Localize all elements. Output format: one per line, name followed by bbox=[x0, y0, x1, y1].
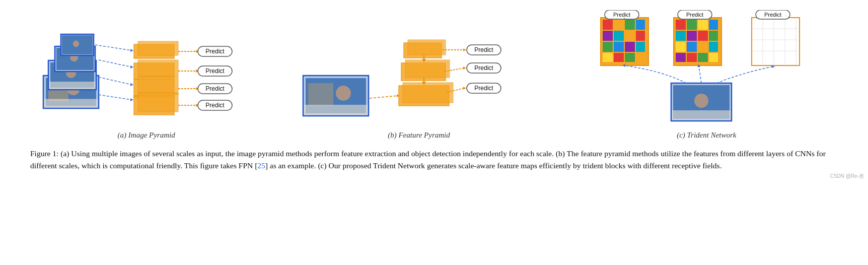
svg-text:Predict: Predict bbox=[205, 85, 225, 92]
svg-rect-71 bbox=[614, 42, 624, 52]
caption-text-after-ref: ] as an example. bbox=[265, 161, 316, 170]
figure-b: Predict Predict Predict (b) Feature Pyra… bbox=[293, 10, 545, 140]
svg-rect-64 bbox=[625, 20, 635, 30]
svg-text:Predict: Predict bbox=[205, 48, 225, 55]
svg-text:Predict: Predict bbox=[474, 64, 493, 72]
svg-rect-94 bbox=[709, 53, 718, 62]
figure-a: Predict Predict Predict Predict (a) Imag… bbox=[41, 10, 252, 140]
svg-rect-95 bbox=[752, 18, 800, 65]
svg-rect-70 bbox=[603, 42, 613, 52]
svg-marker-7 bbox=[130, 65, 133, 69]
svg-text:Predict: Predict bbox=[686, 12, 703, 18]
svg-rect-13 bbox=[138, 41, 178, 55]
svg-line-112 bbox=[699, 67, 701, 83]
fig-b-label: (b) Feature Pyramid bbox=[388, 131, 450, 140]
svg-rect-87 bbox=[676, 42, 686, 52]
svg-line-8 bbox=[99, 77, 131, 85]
fig-a-label: (a) Image Pyramid bbox=[118, 131, 175, 140]
svg-rect-86 bbox=[709, 31, 718, 41]
svg-rect-69 bbox=[636, 31, 645, 41]
svg-rect-92 bbox=[687, 53, 697, 62]
svg-rect-17 bbox=[138, 77, 178, 95]
svg-rect-72 bbox=[625, 42, 635, 52]
svg-rect-68 bbox=[625, 31, 635, 41]
svg-rect-65 bbox=[636, 20, 645, 30]
svg-rect-62 bbox=[603, 20, 613, 30]
svg-rect-82 bbox=[709, 20, 718, 30]
svg-rect-15 bbox=[138, 60, 178, 76]
svg-rect-19 bbox=[138, 93, 178, 112]
svg-rect-90 bbox=[709, 42, 718, 52]
svg-marker-54 bbox=[463, 87, 466, 90]
svg-rect-75 bbox=[614, 53, 624, 62]
figure-caption: Figure 1: (a) Using multiple images of s… bbox=[20, 148, 848, 172]
svg-rect-76 bbox=[625, 53, 635, 62]
svg-rect-73 bbox=[636, 42, 645, 52]
svg-line-4 bbox=[95, 45, 131, 50]
svg-marker-11 bbox=[130, 98, 133, 101]
svg-rect-80 bbox=[687, 20, 697, 30]
caption-ref: 25 bbox=[257, 161, 265, 170]
svg-text:Predict: Predict bbox=[613, 12, 630, 18]
svg-rect-81 bbox=[698, 20, 708, 30]
caption-text-this: This figure takes FPN [ bbox=[184, 161, 258, 170]
figures-row: Predict Predict Predict Predict (a) Imag… bbox=[20, 10, 848, 140]
svg-rect-88 bbox=[687, 42, 697, 52]
svg-rect-93 bbox=[698, 53, 708, 62]
svg-rect-84 bbox=[687, 31, 697, 41]
svg-text:Predict: Predict bbox=[474, 46, 493, 53]
svg-text:Predict: Predict bbox=[764, 12, 781, 18]
svg-text:Predict: Predict bbox=[205, 102, 225, 109]
svg-marker-50 bbox=[463, 48, 466, 51]
svg-rect-74 bbox=[603, 53, 613, 62]
svg-text:Predict: Predict bbox=[205, 68, 225, 75]
figure-c: Predict Predict Predict bbox=[586, 10, 827, 140]
svg-line-6 bbox=[99, 60, 131, 67]
feature-pyramid-diagram: Predict Predict Predict bbox=[293, 10, 545, 126]
svg-marker-5 bbox=[130, 49, 133, 52]
svg-rect-83 bbox=[676, 31, 686, 41]
svg-rect-85 bbox=[698, 31, 708, 41]
svg-rect-38 bbox=[403, 83, 453, 103]
caption-text-c: (c) Our proposed Trident Network generat… bbox=[318, 161, 721, 170]
image-pyramid-diagram: Predict Predict Predict Predict bbox=[41, 10, 252, 126]
svg-line-10 bbox=[99, 95, 131, 100]
svg-text:Predict: Predict bbox=[474, 85, 493, 92]
caption-text-a: (a) Using multiple images of several sca… bbox=[60, 149, 554, 158]
svg-marker-52 bbox=[463, 67, 466, 70]
fig-c-label: (c) Trident Network bbox=[677, 131, 736, 140]
svg-rect-63 bbox=[614, 20, 624, 30]
svg-rect-42 bbox=[408, 40, 446, 55]
caption-prefix: Figure 1: bbox=[30, 149, 60, 158]
svg-rect-66 bbox=[603, 31, 613, 41]
svg-marker-9 bbox=[130, 83, 133, 86]
watermark: CSDN @Re-资 bbox=[830, 173, 864, 180]
trident-network-diagram: Predict Predict Predict bbox=[586, 10, 827, 126]
svg-rect-77 bbox=[636, 53, 645, 62]
svg-rect-79 bbox=[676, 20, 686, 30]
svg-rect-89 bbox=[698, 42, 708, 52]
svg-rect-67 bbox=[614, 31, 624, 41]
svg-line-47 bbox=[370, 96, 398, 98]
svg-rect-40 bbox=[405, 60, 450, 78]
svg-rect-91 bbox=[676, 53, 686, 62]
